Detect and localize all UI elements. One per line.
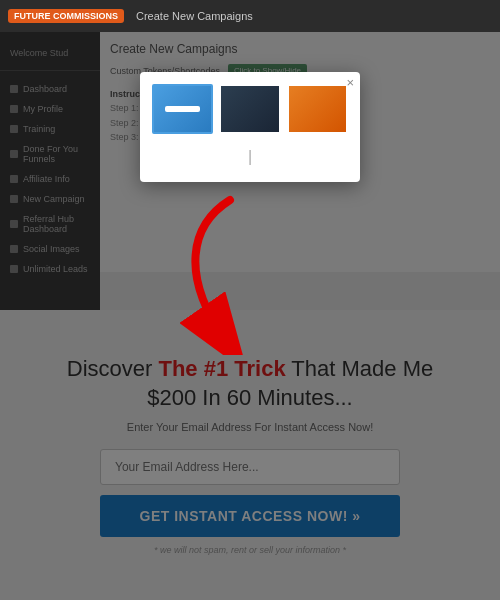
top-bar: FUTURE COMMISSIONS Create New Campaigns [0,0,500,32]
preview-bar [165,106,199,112]
modal-previews [152,84,348,134]
template-preview-2[interactable] [219,84,280,134]
preview-dark-bg [221,86,278,132]
brand-logo: FUTURE COMMISSIONS [8,9,124,23]
preview-orange-bg [289,86,346,132]
template-preview-3[interactable] [287,84,348,134]
modal-overlay[interactable]: × | [0,32,500,600]
modal: × | [140,72,360,182]
page-title: Create New Campaigns [136,10,253,22]
template-preview-1[interactable] [152,84,213,134]
modal-cursor: | [152,144,348,170]
modal-close-button[interactable]: × [346,76,354,89]
preview-blue-bg [154,86,211,132]
